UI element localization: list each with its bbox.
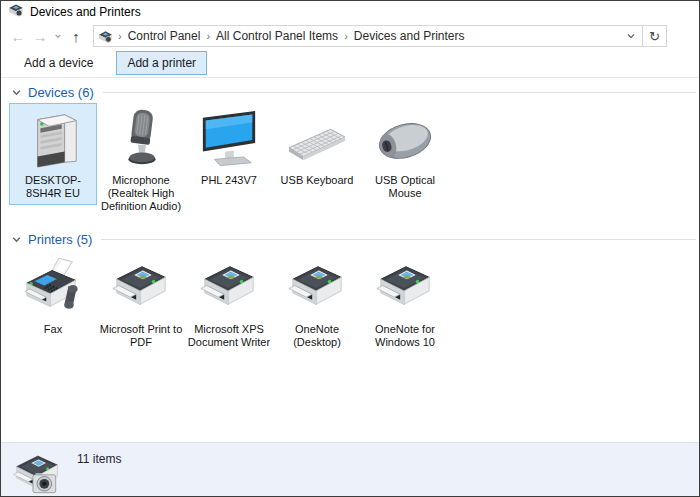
device-item-label: DESKTOP-8SH4R EU [11,174,95,200]
address-dropdown-button[interactable] [620,26,642,46]
printer-item-label: OneNote for Windows 10 [363,323,447,349]
keyboard-icon [285,107,349,171]
back-button[interactable]: ← [7,25,29,47]
printer-item-label: Microsoft Print to PDF [99,323,183,349]
forward-icon: → [33,28,48,45]
breadcrumb: › Control Panel › All Control Panel Item… [94,26,620,46]
section-divider [101,239,696,240]
printer-icon [109,256,173,320]
device-item-label: PHL 243V7 [201,174,257,187]
breadcrumb-item-all-control-panel-items[interactable]: All Control Panel Items [213,29,341,43]
printer-item-onenote-desktop[interactable]: OneNote (Desktop) [273,252,361,354]
breadcrumb-item-devices-and-printers[interactable]: Devices and Printers [351,29,468,43]
printers-section-header: Printers (5) [1,230,699,248]
devices-grid: DESKTOP-8SH4R EU [1,103,699,218]
chevron-down-icon [626,31,636,41]
address-bar[interactable]: › Control Panel › All Control Panel Item… [93,25,667,47]
content-area: Devices (6) [1,83,699,447]
add-device-button[interactable]: Add a device [13,51,104,75]
breadcrumb-item-control-panel[interactable]: Control Panel [125,29,204,43]
add-printer-button[interactable]: Add a printer [116,51,207,75]
printer-item-xps-writer[interactable]: Microsoft XPS Document Writer [185,252,273,354]
chevron-down-icon [54,32,62,40]
monitor-icon [197,107,261,171]
printer-item-print-to-pdf[interactable]: Microsoft Print to PDF [97,252,185,354]
microphone-icon [109,107,173,171]
device-item-monitor[interactable]: PHL 243V7 [185,103,273,192]
forward-button[interactable]: → [29,25,51,47]
printer-item-label: Microsoft XPS Document Writer [187,323,271,349]
device-item-microphone[interactable]: Microphone (Realtek High Definition Audi… [97,103,185,218]
collapse-chevron-icon[interactable] [11,234,22,245]
mouse-icon [373,107,437,171]
device-item-label: USB Keyboard [281,174,354,187]
printer-item-label: OneNote (Desktop) [275,323,359,349]
items-count: 11 items [77,452,121,466]
navigation-bar: ← → ↑ › Control Panel › A [1,23,699,49]
back-icon: ← [11,28,26,45]
device-item-keyboard[interactable]: USB Keyboard [273,103,361,192]
details-pane: 11 items [1,442,699,496]
printer-icon [373,256,437,320]
address-location-icon [98,29,113,44]
device-item-label: USB Optical Mouse [363,174,447,200]
command-toolbar: Add a device Add a printer [1,49,699,78]
devices-and-printers-category-icon [11,448,63,496]
window-title: Devices and Printers [30,5,141,19]
computer-tower-icon [21,107,85,171]
device-item-mouse[interactable]: USB Optical Mouse [361,103,449,205]
refresh-button[interactable]: ↻ [642,26,666,46]
printer-icon [197,256,261,320]
title-bar: Devices and Printers [1,1,699,23]
devices-and-printers-window: Devices and Printers ← → ↑ › [0,0,700,497]
collapse-chevron-icon[interactable] [11,87,22,98]
app-icon [8,2,24,22]
breadcrumb-chevron[interactable]: › [341,30,351,42]
printer-item-onenote-win10[interactable]: OneNote for Windows 10 [361,252,449,354]
printer-item-fax[interactable]: Fax [9,252,97,341]
devices-section-header: Devices (6) [1,83,699,101]
fax-icon [21,256,85,320]
refresh-icon: ↻ [649,29,660,44]
up-icon: ↑ [72,28,80,45]
breadcrumb-chevron[interactable]: › [203,30,213,42]
printer-item-label: Fax [44,323,62,336]
printers-grid: Fax [1,252,699,354]
section-divider [103,92,696,93]
breadcrumb-chevron[interactable]: › [115,30,125,42]
printer-icon [285,256,349,320]
printers-section-title: Printers (5) [28,232,92,247]
device-item-label: Microphone (Realtek High Definition Audi… [99,174,183,213]
up-button[interactable]: ↑ [65,25,87,47]
device-item-desktop[interactable]: DESKTOP-8SH4R EU [9,103,97,205]
recent-locations-dropdown[interactable] [51,25,65,47]
devices-section-title: Devices (6) [28,85,94,100]
